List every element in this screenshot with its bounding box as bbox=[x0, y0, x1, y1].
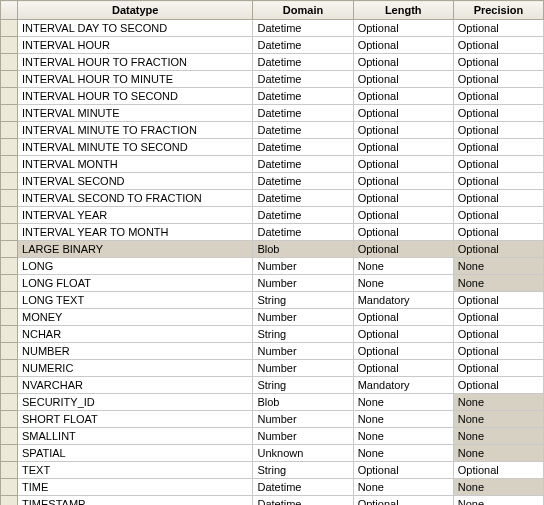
cell-precision[interactable]: Optional bbox=[453, 20, 543, 37]
cell-datatype[interactable]: INTERVAL SECOND bbox=[18, 173, 253, 190]
cell-domain[interactable]: Datetime bbox=[253, 207, 353, 224]
table-row[interactable]: INTERVAL HOURDatetimeOptionalOptional bbox=[1, 37, 544, 54]
table-row[interactable]: SMALLINTNumberNoneNone bbox=[1, 428, 544, 445]
cell-datatype[interactable]: MONEY bbox=[18, 309, 253, 326]
cell-length[interactable]: None bbox=[353, 479, 453, 496]
cell-precision[interactable]: Optional bbox=[453, 360, 543, 377]
row-gutter[interactable] bbox=[1, 428, 18, 445]
cell-domain[interactable]: Unknown bbox=[253, 445, 353, 462]
cell-length[interactable]: None bbox=[353, 445, 453, 462]
cell-precision[interactable]: None bbox=[453, 258, 543, 275]
cell-domain[interactable]: Number bbox=[253, 343, 353, 360]
cell-domain[interactable]: String bbox=[253, 377, 353, 394]
col-header-datatype[interactable]: Datatype bbox=[18, 1, 253, 20]
cell-precision[interactable]: Optional bbox=[453, 309, 543, 326]
cell-length[interactable]: Optional bbox=[353, 20, 453, 37]
cell-precision[interactable]: None bbox=[453, 411, 543, 428]
cell-datatype[interactable]: NUMERIC bbox=[18, 360, 253, 377]
table-row[interactable]: NUMERICNumberOptionalOptional bbox=[1, 360, 544, 377]
cell-precision[interactable]: Optional bbox=[453, 139, 543, 156]
row-gutter[interactable] bbox=[1, 394, 18, 411]
cell-domain[interactable]: Datetime bbox=[253, 479, 353, 496]
cell-length[interactable]: Optional bbox=[353, 207, 453, 224]
cell-domain[interactable]: Datetime bbox=[253, 71, 353, 88]
cell-domain[interactable]: Datetime bbox=[253, 37, 353, 54]
cell-datatype[interactable]: SHORT FLOAT bbox=[18, 411, 253, 428]
cell-datatype[interactable]: INTERVAL DAY TO SECOND bbox=[18, 20, 253, 37]
cell-length[interactable]: None bbox=[353, 275, 453, 292]
cell-datatype[interactable]: INTERVAL HOUR TO MINUTE bbox=[18, 71, 253, 88]
table-row[interactable]: INTERVAL YEAR TO MONTHDatetimeOptionalOp… bbox=[1, 224, 544, 241]
row-gutter[interactable] bbox=[1, 411, 18, 428]
cell-precision[interactable]: Optional bbox=[453, 241, 543, 258]
row-gutter[interactable] bbox=[1, 105, 18, 122]
row-gutter[interactable] bbox=[1, 37, 18, 54]
cell-precision[interactable]: Optional bbox=[453, 377, 543, 394]
cell-datatype[interactable]: TIME bbox=[18, 479, 253, 496]
cell-domain[interactable]: String bbox=[253, 462, 353, 479]
datatype-grid[interactable]: Datatype Domain Length Precision INTERVA… bbox=[0, 0, 544, 505]
cell-precision[interactable]: None bbox=[453, 428, 543, 445]
table-row[interactable]: INTERVAL YEARDatetimeOptionalOptional bbox=[1, 207, 544, 224]
cell-datatype[interactable]: INTERVAL MINUTE TO FRACTION bbox=[18, 122, 253, 139]
cell-datatype[interactable]: NCHAR bbox=[18, 326, 253, 343]
cell-length[interactable]: Optional bbox=[353, 173, 453, 190]
cell-length[interactable]: Optional bbox=[353, 71, 453, 88]
cell-length[interactable]: Optional bbox=[353, 343, 453, 360]
row-gutter[interactable] bbox=[1, 360, 18, 377]
cell-datatype[interactable]: SECURITY_ID bbox=[18, 394, 253, 411]
table-row[interactable]: INTERVAL HOUR TO FRACTIONDatetimeOptiona… bbox=[1, 54, 544, 71]
cell-length[interactable]: Optional bbox=[353, 241, 453, 258]
cell-datatype[interactable]: SMALLINT bbox=[18, 428, 253, 445]
cell-datatype[interactable]: INTERVAL YEAR TO MONTH bbox=[18, 224, 253, 241]
table-row[interactable]: LONG TEXTStringMandatoryOptional bbox=[1, 292, 544, 309]
cell-length[interactable]: Optional bbox=[353, 496, 453, 506]
row-gutter[interactable] bbox=[1, 479, 18, 496]
table-row[interactable]: NVARCHARStringMandatoryOptional bbox=[1, 377, 544, 394]
row-gutter[interactable] bbox=[1, 309, 18, 326]
table-row[interactable]: SECURITY_IDBlobNoneNone bbox=[1, 394, 544, 411]
cell-precision[interactable]: Optional bbox=[453, 224, 543, 241]
cell-domain[interactable]: Blob bbox=[253, 241, 353, 258]
cell-length[interactable]: Mandatory bbox=[353, 377, 453, 394]
cell-domain[interactable]: Blob bbox=[253, 394, 353, 411]
row-gutter[interactable] bbox=[1, 207, 18, 224]
table-row[interactable]: INTERVAL SECOND TO FRACTIONDatetimeOptio… bbox=[1, 190, 544, 207]
table-row[interactable]: NCHARStringOptionalOptional bbox=[1, 326, 544, 343]
cell-length[interactable]: Optional bbox=[353, 224, 453, 241]
table-row[interactable]: LONG FLOATNumberNoneNone bbox=[1, 275, 544, 292]
cell-length[interactable]: None bbox=[353, 394, 453, 411]
cell-datatype[interactable]: NUMBER bbox=[18, 343, 253, 360]
cell-datatype[interactable]: INTERVAL HOUR TO SECOND bbox=[18, 88, 253, 105]
table-row[interactable]: SPATIALUnknownNoneNone bbox=[1, 445, 544, 462]
table-row[interactable]: INTERVAL DAY TO SECONDDatetimeOptionalOp… bbox=[1, 20, 544, 37]
cell-domain[interactable]: Number bbox=[253, 275, 353, 292]
cell-precision[interactable]: Optional bbox=[453, 156, 543, 173]
row-gutter[interactable] bbox=[1, 343, 18, 360]
cell-datatype[interactable]: INTERVAL HOUR TO FRACTION bbox=[18, 54, 253, 71]
cell-length[interactable]: Optional bbox=[353, 326, 453, 343]
cell-precision[interactable]: Optional bbox=[453, 292, 543, 309]
row-gutter[interactable] bbox=[1, 275, 18, 292]
row-gutter[interactable] bbox=[1, 88, 18, 105]
cell-precision[interactable]: None bbox=[453, 275, 543, 292]
cell-domain[interactable]: String bbox=[253, 326, 353, 343]
cell-length[interactable]: Optional bbox=[353, 37, 453, 54]
cell-datatype[interactable]: TIMESTAMP bbox=[18, 496, 253, 506]
table-row[interactable]: INTERVAL MINUTEDatetimeOptionalOptional bbox=[1, 105, 544, 122]
cell-domain[interactable]: Number bbox=[253, 428, 353, 445]
cell-precision[interactable]: Optional bbox=[453, 462, 543, 479]
cell-length[interactable]: None bbox=[353, 258, 453, 275]
cell-length[interactable]: None bbox=[353, 428, 453, 445]
row-gutter[interactable] bbox=[1, 54, 18, 71]
col-header-length[interactable]: Length bbox=[353, 1, 453, 20]
table-row[interactable]: NUMBERNumberOptionalOptional bbox=[1, 343, 544, 360]
table-row[interactable]: INTERVAL MINUTE TO SECONDDatetimeOptiona… bbox=[1, 139, 544, 156]
cell-domain[interactable]: Number bbox=[253, 360, 353, 377]
cell-length[interactable]: Optional bbox=[353, 139, 453, 156]
cell-domain[interactable]: Datetime bbox=[253, 190, 353, 207]
cell-domain[interactable]: Datetime bbox=[253, 139, 353, 156]
cell-datatype[interactable]: SPATIAL bbox=[18, 445, 253, 462]
table-row[interactable]: INTERVAL HOUR TO SECONDDatetimeOptionalO… bbox=[1, 88, 544, 105]
cell-domain[interactable]: Datetime bbox=[253, 122, 353, 139]
